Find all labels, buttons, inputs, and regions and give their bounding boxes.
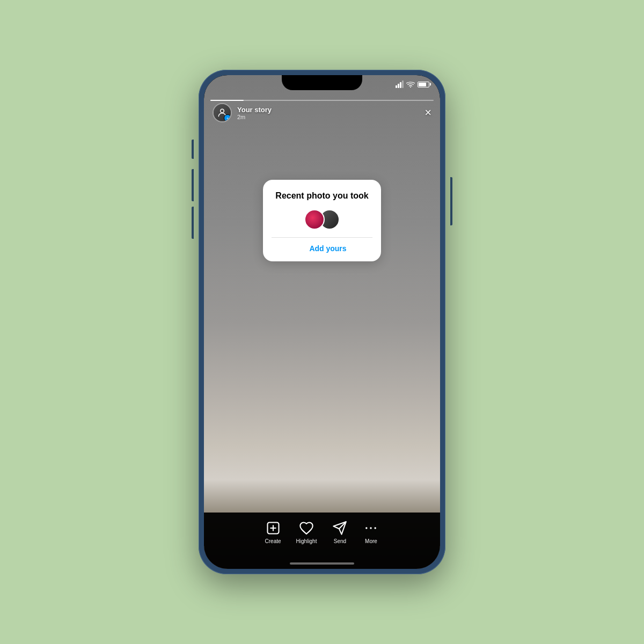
story-header: + Your story 2m × <box>204 103 440 122</box>
story-background <box>204 75 440 569</box>
story-time: 2m <box>237 114 272 120</box>
send-icon <box>332 520 348 536</box>
phone-screen: + Your story 2m × Recent photo you took <box>204 75 440 569</box>
home-indicator <box>290 562 354 565</box>
more-icon <box>363 520 379 536</box>
svg-point-2 <box>301 247 303 250</box>
more-label: More <box>365 538 377 544</box>
story-info: Your story 2m <box>237 106 272 120</box>
highlight-icon <box>298 520 314 536</box>
create-label: Create <box>265 538 281 544</box>
close-button[interactable]: × <box>425 106 431 120</box>
action-create[interactable]: Create <box>265 520 281 544</box>
status-icons <box>396 79 429 88</box>
phone-frame: + Your story 2m × Recent photo you took <box>199 70 445 574</box>
popup-title: Recent photo you took <box>272 191 372 202</box>
avatar: + <box>213 103 232 122</box>
bottom-bar: Create Highlight <box>204 513 440 569</box>
wifi-icon <box>406 81 415 87</box>
mute-button[interactable] <box>192 140 194 159</box>
avatar-badge: + <box>224 114 231 122</box>
svg-point-6 <box>370 527 372 529</box>
story-progress-bar <box>210 100 434 101</box>
battery-icon <box>418 82 429 87</box>
action-more[interactable]: More <box>363 520 379 544</box>
camera-icon <box>297 244 306 253</box>
create-icon <box>265 520 281 536</box>
volume-up-button[interactable] <box>192 169 194 201</box>
svg-point-1 <box>221 109 224 113</box>
svg-point-0 <box>410 86 411 87</box>
popup-photos <box>272 209 372 230</box>
highlight-label: Highlight <box>296 538 317 544</box>
popup-divider <box>272 237 372 238</box>
volume-down-button[interactable] <box>192 207 194 239</box>
bottom-actions: Create Highlight <box>204 513 440 544</box>
send-label: Send <box>334 538 346 544</box>
signal-icon <box>396 80 404 88</box>
recent-photo-popup: Recent photo you took <box>263 180 381 261</box>
story-user-info[interactable]: + Your story 2m <box>213 103 272 122</box>
action-send[interactable]: Send <box>332 520 348 544</box>
story-username: Your story <box>237 106 272 114</box>
add-yours-label: Add yours <box>309 244 346 253</box>
action-highlight[interactable]: Highlight <box>296 520 317 544</box>
svg-point-5 <box>366 527 368 529</box>
power-button[interactable] <box>450 177 452 225</box>
add-yours-button[interactable]: Add yours <box>272 244 372 253</box>
story-screen: + Your story 2m × Recent photo you took <box>204 75 440 569</box>
progress-fill <box>210 100 244 101</box>
photo-thumb-1 <box>304 209 325 230</box>
svg-point-7 <box>375 527 377 529</box>
notch <box>282 75 362 90</box>
